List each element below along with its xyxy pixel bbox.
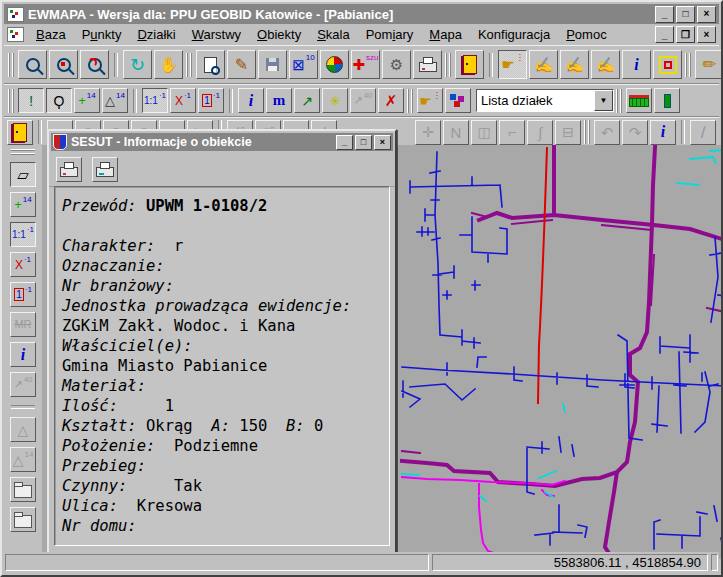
toolbar-grip[interactable] [407,89,414,113]
toolbar-grip[interactable] [11,149,35,156]
sesut-maximize-button[interactable]: □ [355,135,372,150]
object-copy-button[interactable]: ✍ [591,50,620,79]
parcel-scale-frame-1-button[interactable]: 1·1 [10,282,36,307]
redo-icon: ↷ [629,125,642,140]
title-bar[interactable]: EWMAPA - Wersja dla: PPU GEOBID Katowice… [4,4,719,24]
object-edit-button[interactable]: ✍ [560,50,589,79]
toolbar-sep [114,53,118,77]
dialog-print-settings-button[interactable] [92,157,118,182]
mdi-child-icon[interactable] [7,27,24,42]
status-extra-panel [711,554,718,571]
draw-style-button[interactable]: ✎ [227,50,256,79]
status-bar: 5583806.11 , 4518854.90 [4,552,719,573]
draw-line-button[interactable]: / [690,120,716,145]
zoom-in-button[interactable] [18,50,47,79]
menu-dzialki[interactable]: Działki [129,25,183,44]
draw-line-icon: / [701,124,706,141]
exit-door-2-button[interactable] [7,120,33,145]
toolbar-grip[interactable] [584,120,591,144]
redo-button: ↷ [622,120,648,145]
menu-warstwy[interactable]: Warstwy [184,25,249,44]
toolbar-grip[interactable] [445,53,452,77]
toolbar-grip[interactable] [8,53,15,77]
info-mode-button[interactable]: i [238,88,264,113]
point-number-button[interactable]: +14 [74,88,100,113]
exit-door-button[interactable] [455,50,484,79]
sesut-dialog-title-bar[interactable]: SESUT - Informacje o obiekcie _ □ × [51,133,393,151]
object-info-button[interactable]: i [622,50,651,79]
toolbar-grip[interactable] [685,53,692,77]
sesut-minimize-button[interactable]: _ [336,135,353,150]
menu-skala[interactable]: Skala [309,25,358,44]
vector-point-button[interactable]: ↗ [294,88,320,113]
layers-palette-button[interactable] [320,50,349,79]
menu-punkty[interactable]: Punkty [74,25,130,44]
parcel-40-icon-suffix: 40 [24,376,33,384]
dialog-info-line: ZGKiM Zakł. Wodoc. i Kana [62,316,382,336]
parcel-scale-x-1-button[interactable]: X·1 [10,252,36,277]
archive-folder-2-button[interactable] [10,507,36,532]
close-button[interactable]: × [697,6,716,23]
menu-baza[interactable]: Baza [28,25,74,44]
sesut-close-button[interactable]: × [374,135,391,150]
measure-mode-button[interactable]: m [266,88,292,113]
measure-ruler-button[interactable] [626,88,652,113]
toolbar-grip[interactable] [8,89,15,113]
system-tools-button[interactable]: ⚙ [382,50,411,79]
scale-x-1-button[interactable]: X·1 [170,88,196,113]
zoom-window-icon [57,58,71,72]
save-drawing-button[interactable] [258,50,287,79]
object-locate-button[interactable] [653,50,682,79]
menu-pomoc[interactable]: Pomoc [558,25,614,44]
scale-1-1-button[interactable]: 1:1·1 [142,88,168,113]
flash-point-button[interactable]: ✳ [322,88,348,113]
print-button[interactable] [413,50,442,79]
export-image-button[interactable]: ⊠10 [289,50,318,79]
list-pick-icon-suffix: ⋮ [433,92,441,100]
contour-triangle-14-icon-suffix: 14 [24,451,33,459]
mdi-restore-button[interactable]: ❐ [676,26,695,43]
menu-pomiary[interactable]: Pomiary [358,25,422,44]
exit-door-2-icon [13,123,27,142]
menu-konfiguracja[interactable]: Konfiguracja [470,25,558,44]
app-icon[interactable] [7,7,24,22]
maximize-button[interactable]: □ [676,6,695,23]
edge-clipped-tool-button[interactable] [654,88,680,113]
zoom-previous-button[interactable] [80,50,109,79]
mdi-minimize-button[interactable]: _ [655,26,674,43]
parcel-polygon-icon: ▱ [17,167,29,182]
point-symbol-tool-button[interactable]: Ϙ [46,88,72,113]
zoom-window-button[interactable] [49,50,78,79]
node-tool-button[interactable]: ! [18,88,44,113]
edit-drawing-button[interactable]: ✏ [695,50,723,79]
object-select-button[interactable]: ☛⋮ [498,50,527,79]
minimize-button[interactable]: _ [655,6,674,23]
layer-list-combobox[interactable]: Lista działek ▼ [476,89,614,112]
parcel-polygon-button[interactable]: ▱ [10,162,36,187]
menu-obiekty[interactable]: Obiekty [249,25,309,44]
layer-list-value: Lista działek [477,93,594,108]
archive-folder-1-button[interactable] [10,477,36,502]
layer-transfer-button[interactable] [445,88,471,113]
toolbar-grip[interactable] [616,89,623,113]
parcel-scale-1-1-button[interactable]: 1:1·1 [10,222,36,247]
redraw-button[interactable]: ↻ [123,50,152,79]
symbols-tool-button[interactable]: ✚szu [351,50,380,79]
pan-hand-button[interactable]: ✋ [154,50,183,79]
list-pick-button[interactable]: ☛⋮ [417,88,443,113]
info-3-button[interactable]: i [650,120,676,145]
parcel-scale-x-1-icon: X [15,259,23,271]
mdi-close-button[interactable]: × [697,26,716,43]
object-move-button[interactable]: ✍ [529,50,558,79]
menu-mapa[interactable]: Mapa [421,25,470,44]
parcel-info-button[interactable]: i [10,342,36,367]
delete-point-button[interactable]: ✗ [378,88,404,113]
toolbar-grip[interactable] [186,53,193,77]
print-preview-button[interactable] [196,50,225,79]
scale-frame-1-button[interactable]: 1·1 [198,88,224,113]
triangle-number-button[interactable]: △14 [102,88,128,113]
dialog-print-button[interactable] [56,157,82,182]
parcel-mr-button: MR [10,312,36,337]
parcel-number-button[interactable]: +14 [10,192,36,217]
combobox-dropdown-arrow-icon[interactable]: ▼ [594,90,613,111]
